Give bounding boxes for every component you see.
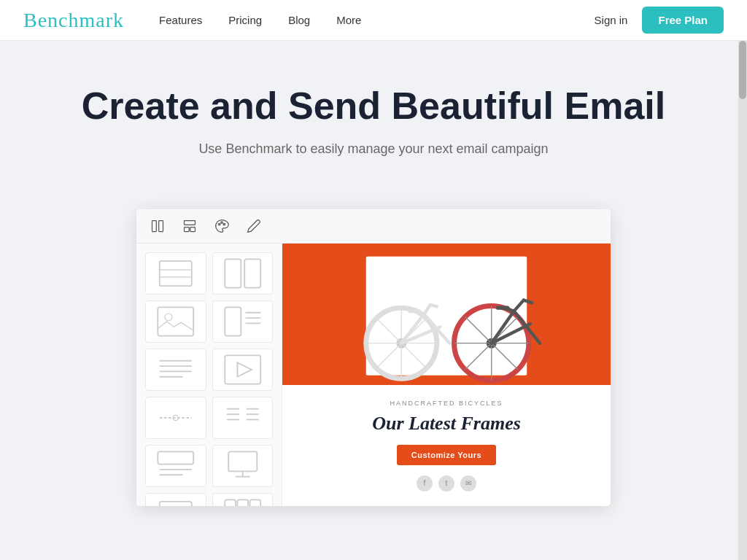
facebook-icon[interactable]: f xyxy=(417,475,433,491)
email-social-icons: f t ✉ xyxy=(417,475,476,491)
template-item-3img[interactable] xyxy=(212,493,274,506)
builder-mockup: HANDCRAFTED BICYCLES Our Latest Frames C… xyxy=(136,209,611,506)
builder-body: HANDCRAFTED BICYCLES Our Latest Frames C… xyxy=(136,244,611,506)
nav-links: Features Pricing Blog More xyxy=(159,14,595,26)
nav-link-blog[interactable]: Blog xyxy=(288,14,310,26)
svg-point-7 xyxy=(223,223,225,225)
nav-link-pricing[interactable]: Pricing xyxy=(228,14,262,26)
template-item-img-text2[interactable] xyxy=(145,445,206,487)
bike-image-area xyxy=(282,244,611,385)
template-item-text-img[interactable] xyxy=(212,300,274,343)
template-item-video[interactable] xyxy=(212,349,274,391)
svg-rect-3 xyxy=(185,227,190,231)
nav-right: Sign in Free Plan xyxy=(595,7,724,34)
sign-in-link[interactable]: Sign in xyxy=(595,14,628,26)
svg-marker-24 xyxy=(237,362,252,377)
scrollbar-thumb[interactable] xyxy=(739,41,746,99)
template-item-2col[interactable] xyxy=(212,252,274,295)
svg-rect-36 xyxy=(228,451,257,471)
free-plan-button[interactable]: Free Plan xyxy=(642,7,724,34)
svg-rect-2 xyxy=(185,220,196,225)
nav-link-features[interactable]: Features xyxy=(159,14,202,26)
template-item-text[interactable] xyxy=(145,349,206,391)
svg-rect-53 xyxy=(366,256,527,375)
email-cta-button[interactable]: Customize Yours xyxy=(397,445,496,465)
svg-rect-12 xyxy=(244,259,260,287)
email-eyebrow: HANDCRAFTED BICYCLES xyxy=(390,400,503,407)
svg-rect-11 xyxy=(225,259,241,287)
email-preview: HANDCRAFTED BICYCLES Our Latest Frames C… xyxy=(282,244,611,506)
svg-rect-33 xyxy=(158,451,193,464)
edit-icon[interactable] xyxy=(244,217,263,236)
svg-rect-44 xyxy=(249,499,260,506)
svg-rect-13 xyxy=(158,307,193,335)
svg-line-64 xyxy=(430,305,437,307)
email-headline: Our Latest Frames xyxy=(372,413,521,435)
svg-rect-15 xyxy=(225,307,241,335)
paint-icon[interactable] xyxy=(212,217,231,236)
template-panel xyxy=(136,244,282,506)
svg-rect-0 xyxy=(152,220,157,231)
hero-title: Create and Send Beautiful Email xyxy=(23,85,724,128)
twitter-icon[interactable]: t xyxy=(438,475,454,491)
template-item-2col-text[interactable] xyxy=(212,397,274,439)
hero-section: Create and Send Beautiful Email Use Benc… xyxy=(0,41,747,186)
scrollbar[interactable] xyxy=(738,0,747,560)
nav-link-more[interactable]: More xyxy=(336,14,361,26)
columns-icon[interactable] xyxy=(148,217,167,236)
svg-rect-43 xyxy=(237,499,248,506)
email-content-area: HANDCRAFTED BICYCLES Our Latest Frames C… xyxy=(282,385,611,506)
svg-point-6 xyxy=(221,222,223,224)
template-item-monitor[interactable] xyxy=(212,445,274,487)
svg-rect-42 xyxy=(225,499,236,506)
svg-point-5 xyxy=(218,223,220,225)
svg-rect-8 xyxy=(160,261,192,286)
svg-rect-4 xyxy=(190,227,196,231)
svg-point-14 xyxy=(165,314,172,321)
builder-container: HANDCRAFTED BICYCLES Our Latest Frames C… xyxy=(0,209,747,535)
builder-toolbar xyxy=(136,209,611,244)
template-item-image[interactable] xyxy=(145,300,206,343)
email-icon[interactable]: ✉ xyxy=(460,475,476,491)
template-item-1col[interactable] xyxy=(145,252,206,295)
template-item-divider[interactable] xyxy=(145,397,206,439)
svg-rect-39 xyxy=(160,502,192,506)
template-item-presentation[interactable] xyxy=(145,493,206,506)
svg-rect-1 xyxy=(159,220,163,231)
navbar: Benchmark Features Pricing Blog More Sig… xyxy=(0,0,747,41)
layout-icon[interactable] xyxy=(180,217,199,236)
logo[interactable]: Benchmark xyxy=(23,9,124,32)
hero-subtitle: Use Benchmark to easily manage your next… xyxy=(23,141,724,157)
svg-rect-23 xyxy=(225,355,260,384)
